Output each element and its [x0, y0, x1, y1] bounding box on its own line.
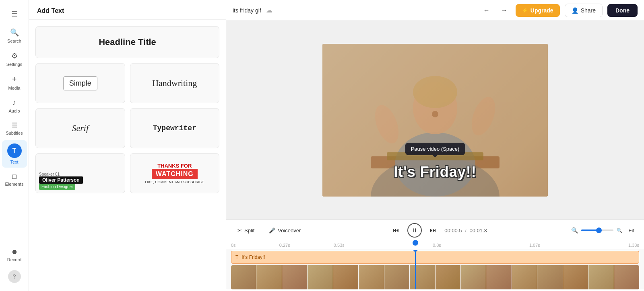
- canvas-area: It's Friday!! Pause video (Space): [226, 21, 644, 219]
- timeline-tracks: T It's Friday!!: [226, 251, 644, 289]
- svg-rect-8: [387, 152, 483, 160]
- serif-style-card[interactable]: Serif: [35, 108, 125, 148]
- simple-text-preview: Simple: [63, 76, 97, 90]
- video-preview[interactable]: It's Friday!!: [322, 44, 548, 197]
- ruler-mark-8: 1.33s: [628, 243, 639, 248]
- sidebar-item-label: Subtitles: [6, 131, 23, 135]
- video-thumb-5: [333, 265, 358, 289]
- thanks-sub-text: LIKE, COMMENT AND SUBSCRIBE: [145, 180, 204, 184]
- playback-bar: ✂ Split 🎤 Voiceover ⏮ ⏸ ⏭ 00:00.5 / 00:0…: [226, 220, 644, 241]
- sidebar-item-subtitles[interactable]: ☰ Subtitles: [2, 118, 27, 139]
- zoom-slider[interactable]: [581, 230, 613, 231]
- sidebar-item-label: Search: [7, 39, 21, 43]
- thanks-card-inner: THANKS FOR WATCHING LIKE, COMMENT AND SU…: [145, 163, 204, 184]
- video-thumb-7: [384, 265, 409, 289]
- current-time-value: 00:00.5: [444, 227, 462, 234]
- split-button[interactable]: ✂ Split: [233, 225, 259, 236]
- search-icon: 🔍: [10, 28, 19, 37]
- speaker-style-card[interactable]: Speaker 01 Oliver Patterson Fashion Desi…: [35, 153, 125, 193]
- svg-point-9: [432, 111, 438, 117]
- split-icon: ✂: [237, 227, 242, 234]
- fit-button[interactable]: Fit: [625, 226, 638, 235]
- bottom-controls: ✂ Split 🎤 Voiceover ⏮ ⏸ ⏭ 00:00.5 / 00:0…: [226, 219, 644, 291]
- typewriter-style-card[interactable]: Typewriter: [130, 108, 220, 148]
- ruler-marks: 0s 0.27s 0.53s | 0.8s | 1.07s | 1.33s: [231, 243, 639, 248]
- sidebar-item-label: Elements: [5, 182, 24, 186]
- speaker-role: Fashion Designer: [39, 184, 75, 190]
- hamburger-button[interactable]: ☰: [6, 5, 23, 23]
- elements-icon: ◻: [12, 172, 17, 180]
- bolt-icon: ⚡: [522, 8, 528, 13]
- skip-back-button[interactable]: ⏮: [390, 224, 402, 237]
- help-button[interactable]: ?: [8, 270, 21, 283]
- text-track[interactable]: T It's Friday!!: [231, 251, 639, 264]
- sidebar-item-settings[interactable]: ⚙ Settings: [2, 48, 27, 70]
- simple-style-card[interactable]: Simple: [35, 63, 125, 103]
- voiceover-button[interactable]: 🎤 Voiceover: [264, 225, 305, 236]
- done-button[interactable]: Done: [607, 4, 638, 17]
- text-track-label: It's Friday!!: [242, 254, 265, 260]
- split-label: Split: [244, 227, 254, 234]
- timeline-ruler: 0s 0.27s 0.53s | 0.8s | 1.07s | 1.33s: [226, 241, 644, 249]
- playhead[interactable]: [415, 251, 416, 289]
- video-thumb-8: [410, 265, 435, 289]
- sidebar-nav: ☰ 🔍 Search ⚙ Settings + Media ♪ Audio ☰ …: [0, 0, 29, 291]
- microphone-icon: 🎤: [269, 227, 275, 234]
- headline-text-preview: Headline Title: [99, 37, 156, 47]
- handwriting-style-card[interactable]: Handwriting: [130, 63, 220, 103]
- video-thumb-11: [486, 265, 511, 289]
- zoom-controls: 🔍 🔍 Fit: [571, 226, 638, 235]
- undo-button[interactable]: ←: [480, 4, 493, 17]
- redo-button[interactable]: →: [498, 4, 511, 17]
- video-thumb-4: [308, 265, 332, 289]
- zoom-out-button[interactable]: 🔍: [571, 227, 578, 234]
- text-styles-panel: Add Text Headline Title Simple Handwriti…: [29, 0, 226, 291]
- speaker-name: Oliver Patterson: [39, 176, 83, 184]
- thanks-style-card[interactable]: THANKS FOR WATCHING LIKE, COMMENT AND SU…: [130, 153, 220, 193]
- share-button[interactable]: 👤 Share: [565, 4, 603, 17]
- headline-style-card[interactable]: Headline Title: [35, 26, 219, 58]
- sidebar-item-audio[interactable]: ♪ Audio: [2, 95, 27, 117]
- ruler-mark-6: 1.07s: [529, 243, 540, 248]
- typewriter-text-preview: Typewriter: [153, 124, 196, 132]
- voiceover-label: Voiceover: [278, 227, 301, 234]
- video-track[interactable]: [231, 265, 639, 289]
- zoom-thumb[interactable]: [596, 227, 602, 233]
- sidebar-item-search[interactable]: 🔍 Search: [2, 25, 27, 47]
- thanks-main-text: WATCHING: [152, 169, 198, 179]
- panel-title: Add Text: [29, 0, 226, 20]
- sidebar-item-text[interactable]: T Text: [2, 140, 27, 168]
- sidebar-item-record[interactable]: ⏺ Record: [2, 245, 27, 265]
- sidebar-item-label: Settings: [6, 62, 23, 67]
- time-separator: /: [465, 227, 466, 234]
- zoom-in-button[interactable]: 🔍: [617, 228, 622, 233]
- video-thumb-3: [282, 265, 307, 289]
- video-thumb-9: [436, 265, 460, 289]
- share-label: Share: [581, 7, 596, 14]
- text-track-icon: T: [235, 254, 238, 260]
- skip-forward-button[interactable]: ⏭: [427, 224, 440, 237]
- sidebar-item-label: Media: [8, 86, 21, 90]
- video-frame: It's Friday!!: [322, 44, 548, 197]
- total-time-value: 00:01.3: [469, 227, 487, 234]
- record-icon: ⏺: [11, 248, 18, 256]
- pause-button[interactable]: ⏸: [407, 223, 422, 238]
- ruler-mark-0: 0s: [231, 243, 236, 248]
- svg-point-5: [413, 76, 457, 108]
- ruler-mark-1: 0.27s: [279, 243, 290, 248]
- audio-icon: ♪: [12, 98, 16, 107]
- video-thumb-2: [256, 265, 281, 289]
- sidebar-item-media[interactable]: + Media: [2, 72, 27, 94]
- text-styles-grid: Headline Title Simple Handwriting Serif …: [29, 20, 226, 200]
- sidebar-item-label: Record: [7, 257, 21, 262]
- handwriting-text-preview: Handwriting: [152, 78, 197, 88]
- playback-controls: ⏮ ⏸ ⏭ 00:00.5 / 00:01.3: [310, 223, 566, 238]
- upgrade-button[interactable]: ⚡ Upgrade: [516, 4, 560, 17]
- current-time: 00:00.5 / 00:01.3: [444, 227, 487, 234]
- text-avatar: T: [7, 143, 22, 158]
- project-title: its friday gif: [233, 7, 261, 14]
- sidebar-item-label: Text: [10, 160, 18, 164]
- video-thumb-16: [614, 265, 639, 289]
- sidebar-item-elements[interactable]: ◻ Elements: [2, 169, 27, 190]
- video-thumb-10: [461, 265, 486, 289]
